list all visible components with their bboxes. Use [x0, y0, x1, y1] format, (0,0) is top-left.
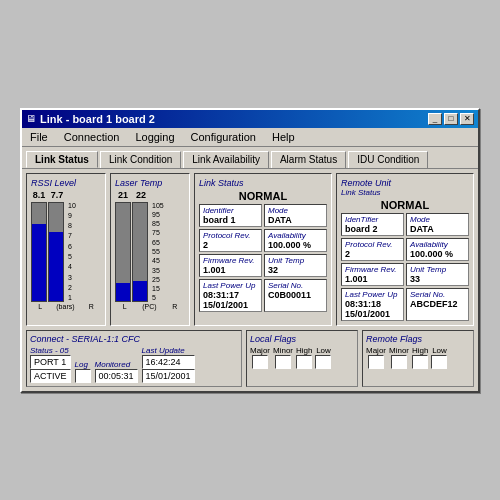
- laser-right-value: 22: [133, 190, 149, 200]
- ru-serial-field: Serial No. ABCDEF12: [406, 288, 469, 321]
- rssi-left-fill: [32, 224, 46, 300]
- ru-mode-value: DATA: [410, 224, 465, 234]
- main-window: 🖥 Link - board 1 board 2 _ □ ✕ File Conn…: [20, 108, 480, 393]
- monitored-field: Monitored 00:05:31: [95, 360, 138, 383]
- tab-idu-condition[interactable]: IDU Condition: [348, 151, 428, 168]
- rssi-scale: 10 9 8 7 6 5 4 3 2 1: [68, 202, 76, 302]
- ls-identifier-field: Identifier board 1: [199, 204, 262, 227]
- tab-alarm-status[interactable]: Alarm Status: [271, 151, 346, 168]
- ru-firmware-label: Firmware Rev.: [345, 265, 400, 274]
- status-label: Status - 05: [30, 346, 71, 355]
- laser-values: 21 22: [115, 190, 185, 200]
- connect-fields: Status - 05 PORT 1 ACTIVE Log Monitored …: [30, 346, 238, 383]
- local-minor: Minor: [273, 346, 293, 369]
- local-flags-panel: Local Flags Major Minor High: [246, 330, 358, 387]
- ru-lastpower-time: 08:31:18: [345, 299, 400, 309]
- ru-serial-value: ABCDEF12: [410, 299, 465, 309]
- local-minor-label: Minor: [273, 346, 293, 355]
- remote-high-box[interactable]: [412, 355, 428, 369]
- ls-availability-value: 100.000 %: [268, 240, 323, 250]
- log-label: Log: [75, 360, 91, 369]
- ru-availability-field: Availability 100.000 %: [406, 238, 469, 261]
- laser-r-label: R: [172, 303, 177, 310]
- menu-help[interactable]: Help: [268, 130, 299, 144]
- local-low-box[interactable]: [315, 355, 331, 369]
- local-major-box[interactable]: [252, 355, 268, 369]
- menu-configuration[interactable]: Configuration: [187, 130, 260, 144]
- remote-low-box[interactable]: [431, 355, 447, 369]
- monitored-value: 00:05:31: [95, 369, 138, 383]
- ru-firmware-value: 1.001: [345, 274, 400, 284]
- laser-display: 105 95 85 75 65 55 45 35 25 15 5: [115, 202, 185, 302]
- rssi-right-fill: [49, 232, 63, 301]
- laser-left-bar: [115, 202, 131, 302]
- log-checkbox[interactable]: [75, 369, 91, 383]
- ls-protocol-field: Protocol Rev. 2: [199, 229, 262, 252]
- ls-serial-field: Serial No. C0B00011: [264, 279, 327, 312]
- ls-lastpower-field: Last Power Up 08:31:17 15/01/2001: [199, 279, 262, 312]
- remote-minor-box[interactable]: [391, 355, 407, 369]
- remote-minor: Minor: [389, 346, 409, 369]
- window-icon: 🖥: [26, 113, 36, 124]
- remote-unit-grid: IdenTifier board 2 Mode DATA Protocol Re…: [341, 213, 469, 321]
- connect-panel: Connect - SERIAL-1:1 CFC Status - 05 POR…: [26, 330, 242, 387]
- ru-availability-value: 100.000 %: [410, 249, 465, 259]
- link-status-panel: Link Status NORMAL Identifier board 1 Mo…: [194, 173, 332, 326]
- ru-protocol-label: Protocol Rev.: [345, 240, 400, 249]
- ru-firmware-field: Firmware Rev. 1.001: [341, 263, 404, 286]
- rssi-bars: [31, 202, 64, 302]
- ru-mode-field: Mode DATA: [406, 213, 469, 236]
- remote-low: Low: [431, 346, 447, 369]
- menu-logging[interactable]: Logging: [131, 130, 178, 144]
- laser-l-label: L: [123, 303, 127, 310]
- rssi-axis-labels: L (bars) R: [31, 303, 101, 310]
- remote-unit-panel: Remote Unit Link Status NORMAL IdenTifie…: [336, 173, 474, 326]
- remote-major-box[interactable]: [368, 355, 384, 369]
- status-field: Status - 05 PORT 1 ACTIVE: [30, 346, 71, 383]
- local-low-label: Low: [316, 346, 331, 355]
- window-title: Link - board 1 board 2: [40, 113, 155, 125]
- ru-unittemp-value: 33: [410, 274, 465, 284]
- minimize-button[interactable]: _: [428, 113, 442, 125]
- ru-mode-label: Mode: [410, 215, 465, 224]
- ru-protocol-field: Protocol Rev. 2: [341, 238, 404, 261]
- remote-flags-row: Major Minor High Low: [366, 346, 470, 369]
- ls-identifier-label: Identifier: [203, 206, 258, 215]
- ru-lastpower-field: Last Power Up 08:31:18 15/01/2001: [341, 288, 404, 321]
- link-status-value: NORMAL: [199, 190, 327, 202]
- connect-title: Connect - SERIAL-1:1 CFC: [30, 334, 238, 344]
- title-bar-buttons: _ □ ✕: [428, 113, 474, 125]
- tab-link-condition[interactable]: Link Condition: [100, 151, 181, 168]
- menu-bar: File Connection Logging Configuration He…: [22, 128, 478, 147]
- remote-major: Major: [366, 346, 386, 369]
- remote-minor-label: Minor: [389, 346, 409, 355]
- menu-connection[interactable]: Connection: [60, 130, 124, 144]
- last-update-field: Last Update 16:42:24 15/01/2001: [142, 346, 195, 383]
- local-low: Low: [315, 346, 331, 369]
- ru-unittemp-label: Unit Temp: [410, 265, 465, 274]
- laser-mid-label: (PC): [142, 303, 156, 310]
- menu-file[interactable]: File: [26, 130, 52, 144]
- tab-bar: Link Status Link Condition Link Availabi…: [22, 147, 478, 168]
- log-field: Log: [75, 360, 91, 383]
- remote-high: High: [412, 346, 428, 369]
- close-button[interactable]: ✕: [460, 113, 474, 125]
- remote-unit-title: Remote Unit: [341, 178, 469, 188]
- rssi-left-bar: [31, 202, 47, 302]
- ls-unittemp-label: Unit Temp: [268, 256, 323, 265]
- local-high-box[interactable]: [296, 355, 312, 369]
- ls-lastpower-date: 15/01/2001: [203, 300, 258, 310]
- remote-flags-panel: Remote Flags Major Minor High: [362, 330, 474, 387]
- ru-protocol-value: 2: [345, 249, 400, 259]
- local-minor-box[interactable]: [275, 355, 291, 369]
- ru-availability-label: Availability: [410, 240, 465, 249]
- remote-status-label: Link Status: [341, 188, 469, 197]
- local-high-label: High: [296, 346, 312, 355]
- laser-scale: 105 95 85 75 65 55 45 35 25 15 5: [152, 202, 164, 302]
- laser-left-value: 21: [115, 190, 131, 200]
- laser-label: Laser Temp: [115, 178, 185, 188]
- tab-link-availability[interactable]: Link Availability: [183, 151, 269, 168]
- laser-right-bar: [132, 202, 148, 302]
- maximize-button[interactable]: □: [444, 113, 458, 125]
- tab-link-status[interactable]: Link Status: [26, 151, 98, 168]
